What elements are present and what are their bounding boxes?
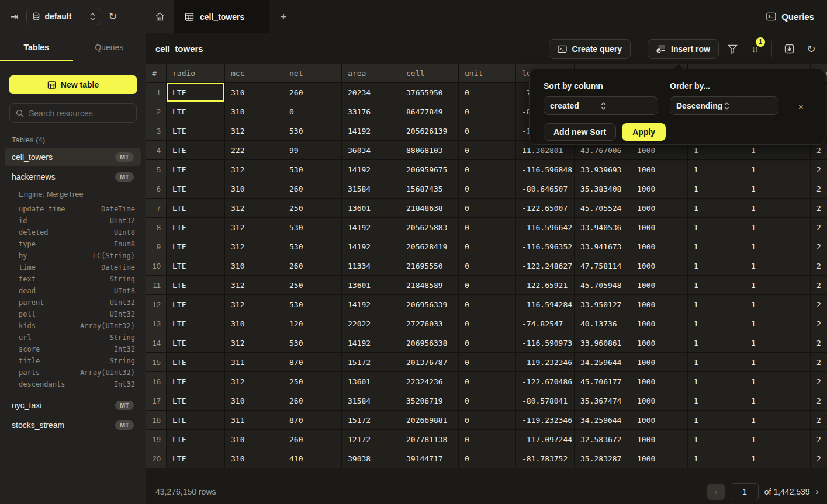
table-cell[interactable]: 0 bbox=[459, 121, 516, 141]
table-cell[interactable]: LTE bbox=[167, 372, 225, 391]
table-cell[interactable]: 88068103 bbox=[400, 141, 459, 160]
table-cell[interactable]: 1 bbox=[745, 449, 811, 468]
table-cell[interactable]: 1 bbox=[688, 179, 745, 199]
table-cell[interactable]: LTE bbox=[167, 391, 225, 411]
download-button[interactable] bbox=[780, 40, 798, 58]
filter-button[interactable] bbox=[724, 40, 741, 58]
insert-row-button[interactable]: Insert row bbox=[648, 39, 719, 59]
sort-column-select[interactable]: created bbox=[544, 96, 658, 115]
table-cell[interactable]: 260 bbox=[283, 430, 342, 449]
table-cell[interactable]: 2 bbox=[811, 256, 827, 276]
sidebar-tab-queries[interactable]: Queries bbox=[73, 33, 146, 61]
table-cell[interactable]: 0 bbox=[459, 102, 516, 121]
table-cell[interactable]: 207781138 bbox=[400, 430, 459, 449]
table-cell[interactable]: 33.960861 bbox=[575, 333, 631, 353]
table-cell[interactable]: 15687435 bbox=[400, 179, 459, 199]
table-cell[interactable]: 2 bbox=[811, 333, 827, 353]
table-cell[interactable]: LTE bbox=[167, 449, 225, 468]
table-cell[interactable]: 1 bbox=[688, 430, 745, 449]
table-cell[interactable]: 201376787 bbox=[400, 353, 459, 372]
table-cell[interactable]: 1 bbox=[688, 391, 745, 411]
table-cell[interactable]: 39144717 bbox=[400, 449, 459, 468]
table-cell[interactable]: 1 bbox=[745, 372, 811, 391]
table-cell[interactable]: 250 bbox=[283, 372, 342, 391]
table-cell[interactable]: 0 bbox=[459, 372, 516, 391]
table-cell[interactable]: 36034 bbox=[342, 141, 400, 160]
column-header-mcc[interactable]: mcc bbox=[225, 64, 283, 83]
table-cell[interactable]: 250 bbox=[283, 276, 342, 295]
table-cell[interactable]: 250 bbox=[283, 199, 342, 218]
table-cell[interactable]: 47.758114 bbox=[575, 256, 631, 276]
sort-order-select[interactable]: Descending bbox=[670, 96, 778, 115]
table-cell[interactable]: 86477849 bbox=[400, 102, 459, 121]
table-cell[interactable]: 1 bbox=[688, 218, 745, 237]
table-cell[interactable]: 312 bbox=[225, 295, 283, 314]
table-cell[interactable]: 310 bbox=[225, 179, 283, 199]
table-cell[interactable]: LTE bbox=[167, 102, 225, 121]
table-cell[interactable]: 14192 bbox=[342, 218, 400, 237]
table-cell[interactable]: 33.941673 bbox=[575, 237, 631, 256]
table-cell[interactable]: 2 bbox=[811, 237, 827, 256]
table-cell[interactable]: 31584 bbox=[342, 179, 400, 199]
table-cell[interactable]: 312 bbox=[225, 372, 283, 391]
table-cell[interactable]: 870 bbox=[283, 411, 342, 430]
table-cell[interactable]: 1 bbox=[745, 333, 811, 353]
table-cell[interactable]: 310 bbox=[225, 449, 283, 468]
table-cell[interactable]: 21695550 bbox=[400, 256, 459, 276]
column-header-num[interactable]: # bbox=[146, 64, 167, 83]
table-cell[interactable]: 0 bbox=[459, 430, 516, 449]
table-cell[interactable]: 1 bbox=[745, 411, 811, 430]
table-cell[interactable]: 35206719 bbox=[400, 391, 459, 411]
table-cell[interactable]: 1 bbox=[688, 333, 745, 353]
table-cell[interactable]: 1 bbox=[745, 160, 811, 179]
table-cell[interactable]: 22324236 bbox=[400, 372, 459, 391]
table-cell[interactable]: -74.82547 bbox=[516, 314, 575, 333]
table-cell[interactable]: 1 bbox=[745, 295, 811, 314]
table-cell[interactable]: 33176 bbox=[342, 102, 400, 121]
table-cell[interactable]: 1000 bbox=[631, 218, 688, 237]
table-cell[interactable]: 1000 bbox=[631, 333, 688, 353]
table-cell[interactable]: 0 bbox=[459, 256, 516, 276]
table-cell[interactable]: 312 bbox=[225, 199, 283, 218]
table-cell[interactable]: 410 bbox=[283, 449, 342, 468]
table-cell[interactable]: 222 bbox=[225, 141, 283, 160]
table-cell[interactable]: 0 bbox=[459, 276, 516, 295]
table-cell[interactable]: 34.259644 bbox=[575, 353, 631, 372]
table-cell[interactable]: -81.783752 bbox=[516, 449, 575, 468]
table-cell[interactable]: 1 bbox=[745, 237, 811, 256]
table-cell[interactable]: 1 bbox=[745, 256, 811, 276]
table-cell[interactable]: 530 bbox=[283, 295, 342, 314]
page-number-input[interactable] bbox=[731, 483, 759, 500]
table-cell[interactable]: 99 bbox=[283, 141, 342, 160]
table-cell[interactable]: 45.705524 bbox=[575, 199, 631, 218]
table-cell[interactable]: 1000 bbox=[631, 276, 688, 295]
table-cell[interactable]: LTE bbox=[167, 121, 225, 141]
table-cell[interactable]: 15172 bbox=[342, 411, 400, 430]
queries-button[interactable]: Queries bbox=[766, 0, 814, 33]
table-cell[interactable]: 1000 bbox=[631, 353, 688, 372]
table-cell[interactable]: 530 bbox=[283, 237, 342, 256]
table-cell[interactable]: 206956338 bbox=[400, 333, 459, 353]
table-cell[interactable]: -116.590973 bbox=[516, 333, 575, 353]
table-cell[interactable]: 260 bbox=[283, 179, 342, 199]
new-tab-button[interactable]: + bbox=[269, 0, 298, 33]
table-cell[interactable]: LTE bbox=[167, 333, 225, 353]
table-cell[interactable]: 22022 bbox=[342, 314, 400, 333]
table-cell[interactable]: 0 bbox=[459, 160, 516, 179]
table-cell[interactable]: 0 bbox=[459, 199, 516, 218]
table-cell[interactable]: 14192 bbox=[342, 121, 400, 141]
table-cell[interactable]: -80.578041 bbox=[516, 391, 575, 411]
table-cell[interactable]: 2 bbox=[811, 295, 827, 314]
table-cell[interactable]: 1 bbox=[688, 199, 745, 218]
table-cell[interactable]: 1 bbox=[688, 314, 745, 333]
table-cell[interactable]: 2 bbox=[811, 430, 827, 449]
table-cell[interactable]: 14192 bbox=[342, 160, 400, 179]
sort-button[interactable]: ↓↑ 1 bbox=[746, 40, 763, 58]
table-cell[interactable]: 32.583672 bbox=[575, 430, 631, 449]
new-table-button[interactable]: New table bbox=[9, 75, 137, 94]
table-cell[interactable]: LTE bbox=[167, 160, 225, 179]
table-cell[interactable]: -122.248627 bbox=[516, 256, 575, 276]
table-cell[interactable]: 530 bbox=[283, 333, 342, 353]
refresh-table-icon[interactable]: ↻ bbox=[802, 40, 820, 58]
table-cell[interactable]: 312 bbox=[225, 237, 283, 256]
